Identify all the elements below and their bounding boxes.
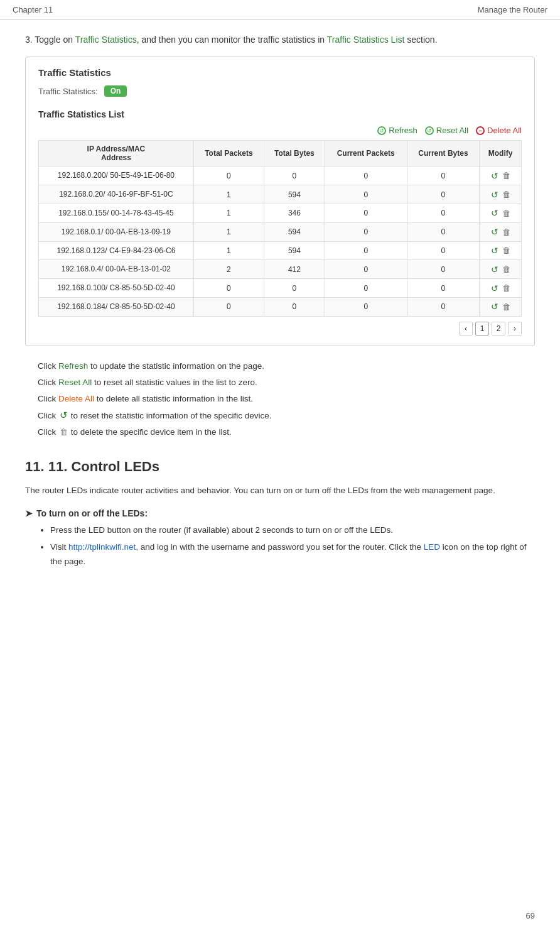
refresh-button[interactable]: ↺ Refresh: [377, 126, 417, 135]
col-ip: IP Address/MACAddress: [39, 141, 194, 166]
table-row: 192.168.0.20/ 40-16-9F-BF-51-0C 1 594 0 …: [39, 185, 522, 204]
row-refresh-icon[interactable]: ↺: [491, 283, 498, 293]
chapter-label: Chapter 11: [13, 5, 53, 14]
row-trash-icon[interactable]: 🗑: [502, 283, 510, 293]
cell-current-packets: 0: [325, 279, 407, 298]
row-trash-icon[interactable]: 🗑: [502, 190, 510, 199]
cell-total-packets: 0: [193, 166, 264, 185]
cell-modify: ↺ 🗑: [480, 260, 522, 279]
cell-current-bytes: 0: [407, 241, 480, 260]
cell-current-packets: 0: [325, 241, 407, 260]
section-11-container: 11. 11. Control LEDs The router LEDs ind…: [25, 459, 535, 569]
cell-ip: 192.168.0.123/ C4-E9-84-23-06-C6: [39, 241, 194, 260]
instruction-1: Click Refresh to update the statistic in…: [38, 359, 535, 374]
toggle-label: Traffic Statistics:: [38, 87, 98, 96]
cell-total-packets: 1: [193, 241, 264, 260]
row-refresh-icon[interactable]: ↺: [491, 227, 498, 237]
cell-modify: ↺ 🗑: [480, 166, 522, 185]
col-total-packets: Total Packets: [193, 141, 264, 166]
row-refresh-icon[interactable]: ↺: [491, 171, 498, 181]
instruction-4: Click ↺ to reset the statistic informati…: [38, 408, 535, 423]
refresh-link[interactable]: Refresh: [58, 361, 88, 371]
row-refresh-icon[interactable]: ↺: [491, 265, 498, 275]
row-trash-icon[interactable]: 🗑: [502, 302, 510, 312]
table-row: 192.168.0.184/ C8-85-50-5D-02-40 0 0 0 0…: [39, 297, 522, 316]
bullet-list: Press the LED button on the router (if a…: [25, 523, 535, 569]
cell-modify: ↺ 🗑: [480, 185, 522, 204]
bullet-2: Visit http://tplinkwifi.net, and log in …: [50, 540, 535, 569]
col-total-bytes: Total Bytes: [264, 141, 325, 166]
row-refresh-icon[interactable]: ↺: [491, 208, 498, 218]
step-number: 3.: [25, 35, 33, 45]
row-refresh-icon[interactable]: ↺: [491, 246, 498, 256]
cell-current-bytes: 0: [407, 204, 480, 222]
reset-all-button[interactable]: ↺ Reset All: [425, 126, 468, 135]
cell-total-bytes: 0: [264, 166, 325, 185]
delete-all-link[interactable]: Delete All: [58, 394, 94, 403]
instruction-2: Click Reset All to reset all statistic v…: [38, 375, 535, 390]
traffic-stats-box: Traffic Statistics Traffic Statistics: O…: [25, 57, 535, 346]
row-refresh-icon[interactable]: ↺: [491, 302, 498, 312]
step-text-after: section.: [404, 35, 437, 45]
instructions-block: Click Refresh to update the statistic in…: [25, 359, 535, 440]
cell-total-bytes: 594: [264, 222, 325, 241]
cell-ip: 192.168.0.4/ 00-0A-EB-13-01-02: [39, 260, 194, 279]
page-1-button[interactable]: 1: [475, 322, 489, 336]
cell-current-bytes: 0: [407, 222, 480, 241]
row-trash-icon[interactable]: 🗑: [502, 227, 510, 237]
reset-all-link[interactable]: Reset All: [58, 378, 92, 387]
cell-total-packets: 2: [193, 260, 264, 279]
cell-total-bytes: 594: [264, 241, 325, 260]
delete-all-button[interactable]: − Delete All: [476, 126, 522, 135]
traffic-stats-link1[interactable]: Traffic Statistics: [75, 35, 137, 45]
cell-current-packets: 0: [325, 185, 407, 204]
row-trash-icon[interactable]: 🗑: [502, 265, 510, 274]
row-trash-icon[interactable]: 🗑: [502, 171, 510, 180]
cell-current-packets: 0: [325, 222, 407, 241]
table-row: 192.168.0.4/ 00-0A-EB-13-01-02 2 412 0 0…: [39, 260, 522, 279]
led-link[interactable]: LED: [424, 542, 440, 552]
cell-ip: 192.168.0.200/ 50-E5-49-1E-06-80: [39, 166, 194, 185]
subsection-heading: ➤ To turn on or off the LEDs:: [25, 508, 535, 518]
cell-ip: 192.168.0.1/ 00-0A-EB-13-09-19: [39, 222, 194, 241]
col-current-packets: Current Packets: [325, 141, 407, 166]
cell-total-bytes: 412: [264, 260, 325, 279]
row-trash-icon[interactable]: 🗑: [502, 209, 510, 218]
cell-ip: 192.168.0.184/ C8-85-50-5D-02-40: [39, 297, 194, 316]
tplinkwifi-link[interactable]: http://tplinkwifi.net: [68, 542, 136, 552]
cell-ip: 192.168.0.100/ C8-85-50-5D-02-40: [39, 279, 194, 298]
cell-current-bytes: 0: [407, 185, 480, 204]
cell-current-packets: 0: [325, 260, 407, 279]
toggle-on-badge[interactable]: On: [104, 85, 127, 97]
page-number: 69: [526, 911, 535, 920]
table-row: 192.168.0.155/ 00-14-78-43-45-45 1 346 0…: [39, 204, 522, 222]
cell-current-packets: 0: [325, 297, 407, 316]
cell-modify: ↺ 🗑: [480, 222, 522, 241]
section-11-body: The router LEDs indicate router activiti…: [25, 484, 535, 498]
cell-total-packets: 1: [193, 222, 264, 241]
traffic-stats-link2[interactable]: Traffic Statistics List: [327, 35, 405, 45]
cell-modify: ↺ 🗑: [480, 204, 522, 222]
delete-icon: −: [476, 126, 485, 135]
reset-device-icon[interactable]: ↺: [58, 410, 68, 420]
instruction-3: Click Delete All to delete all statistic…: [38, 391, 535, 406]
row-refresh-icon[interactable]: ↺: [491, 190, 498, 200]
cell-total-packets: 0: [193, 297, 264, 316]
section-label: Manage the Router: [478, 5, 547, 14]
subsection-label: To turn on or off the LEDs:: [36, 508, 148, 518]
next-page-button[interactable]: ›: [508, 322, 522, 336]
cell-current-packets: 0: [325, 204, 407, 222]
cell-current-bytes: 0: [407, 297, 480, 316]
cell-total-bytes: 346: [264, 204, 325, 222]
cell-current-bytes: 0: [407, 166, 480, 185]
step-text-before: Toggle on: [35, 35, 75, 45]
row-trash-icon[interactable]: 🗑: [502, 246, 510, 255]
cell-current-packets: 0: [325, 166, 407, 185]
cell-modify: ↺ 🗑: [480, 241, 522, 260]
bullet-1: Press the LED button on the router (if a…: [50, 523, 535, 538]
delete-device-icon[interactable]: 🗑: [58, 427, 68, 437]
table-row: 192.168.0.1/ 00-0A-EB-13-09-19 1 594 0 0…: [39, 222, 522, 241]
cell-total-bytes: 594: [264, 185, 325, 204]
page-2-button[interactable]: 2: [492, 322, 505, 336]
prev-page-button[interactable]: ‹: [459, 322, 473, 336]
